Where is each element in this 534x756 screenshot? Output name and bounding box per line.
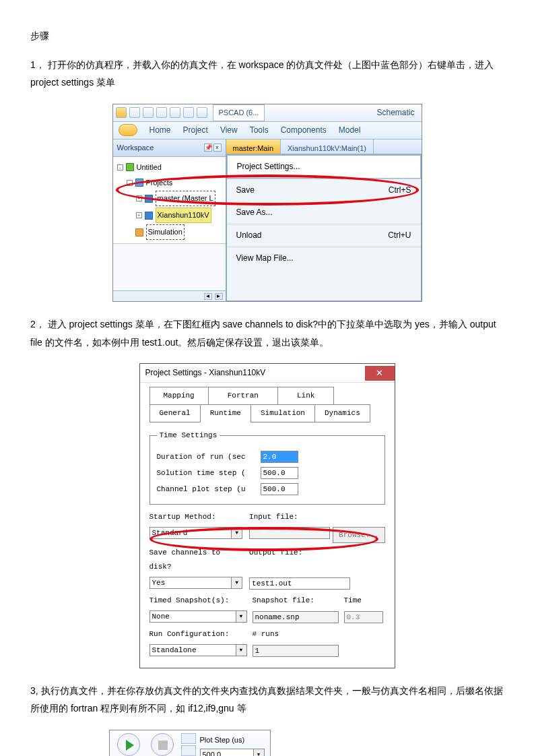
title-dropdown[interactable]: PSCAD (6...	[213, 104, 265, 121]
dialog-tabs: Mapping Fortran Link General Runtime Sim…	[140, 383, 395, 422]
duration-input[interactable]	[261, 451, 298, 463]
tree-projects[interactable]: Projects	[146, 176, 173, 190]
workspace-scrollbar[interactable]: ◄ ►	[113, 290, 226, 301]
stop-icon	[151, 733, 174, 756]
plot-step-label: Plot Step (us)	[200, 733, 265, 747]
startup-method-value[interactable]	[149, 527, 232, 539]
stop-button[interactable]: Stop	[147, 733, 177, 756]
startup-method-select[interactable]: ▼	[149, 527, 243, 544]
ctx-unload[interactable]: UnloadCtrl+U	[227, 224, 421, 247]
run-button[interactable]: Run ▼	[114, 733, 143, 756]
clean-icon[interactable]	[197, 107, 207, 118]
nruns-input[interactable]	[253, 645, 339, 657]
tab-xianshun[interactable]: Xianshun110kV:Main(1)	[281, 139, 374, 154]
workspace-panel: Workspace 📌 × -Untitled -Projects +maste…	[113, 139, 226, 301]
step-1: 1， 打开你的仿真程序，并载入你的仿真文件，在 workspace 的仿真文件处…	[30, 56, 504, 92]
run-config-select[interactable]: ▼	[149, 644, 247, 658]
timed-snapshot-select[interactable]: ▼	[149, 610, 247, 625]
ribbon-tools[interactable]: Tools	[250, 123, 269, 138]
tab-dynamics[interactable]: Dynamics	[314, 404, 370, 422]
close-button[interactable]: ✕	[365, 366, 395, 381]
expand-icon[interactable]: -	[127, 180, 133, 186]
plot-step-select[interactable]: ▾	[200, 749, 265, 756]
dialog-title: Project Settings - Xianshun110kV	[145, 365, 266, 381]
pin-icon[interactable]: 📌	[204, 144, 212, 152]
dropdown-icon[interactable]: ▼	[232, 577, 242, 589]
redo-icon[interactable]	[170, 107, 180, 118]
dropdown-icon[interactable]: ▼	[232, 527, 242, 539]
tab-runtime[interactable]: Runtime	[200, 404, 251, 422]
expand-icon[interactable]: +	[136, 212, 142, 218]
ctx-view-map-file[interactable]: View Map File...	[227, 247, 421, 270]
output-file-input[interactable]	[249, 577, 350, 590]
dropdown-icon[interactable]: ▼	[236, 644, 247, 656]
ctx-save[interactable]: SaveCtrl+S	[227, 179, 421, 201]
input-file-label: Input file:	[249, 510, 385, 524]
tree-master[interactable]: master (Master L	[156, 191, 215, 206]
page-heading: 步骤	[30, 27, 504, 45]
expand-icon[interactable]: +	[136, 195, 142, 201]
tab-link[interactable]: Link	[277, 387, 334, 405]
scroll-right-icon[interactable]: ►	[215, 293, 223, 300]
snapshot-file-input[interactable]	[253, 611, 339, 623]
editor-tabs: master:Main Xianshun110kV:Main(1)	[226, 139, 422, 154]
ctx-project-settings[interactable]: Project Settings...	[227, 155, 421, 179]
build-icon[interactable]	[183, 107, 194, 118]
workspace-lower	[113, 243, 226, 290]
channel-step-input[interactable]	[261, 483, 298, 495]
folder-icon	[135, 179, 143, 187]
solution-step-label: Solution time step (	[157, 466, 257, 480]
schematic-label: Schematic	[376, 105, 418, 121]
duration-label: Duration of run (sec	[157, 450, 257, 464]
node-icon	[126, 163, 134, 171]
scroll-left-icon[interactable]: ◄	[204, 293, 212, 300]
pause-icon[interactable]	[181, 733, 196, 744]
time-input[interactable]	[344, 611, 383, 623]
project-tree: -Untitled -Projects +master (Master L +X…	[113, 157, 226, 243]
save-channels-value[interactable]	[149, 577, 232, 589]
ribbon-project[interactable]: Project	[183, 123, 208, 138]
dropdown-icon[interactable]: ▼	[236, 610, 247, 623]
snapshot-file-label: Snapshot file:	[253, 594, 339, 608]
dropdown-icon[interactable]: ▾	[254, 749, 265, 756]
save-icon[interactable]	[143, 107, 154, 118]
tree-simulation[interactable]: Simulation	[146, 224, 185, 240]
tree-untitled[interactable]: Untitled	[137, 160, 162, 175]
step-controls	[181, 733, 196, 756]
tab-general[interactable]: General	[149, 404, 201, 422]
save-channels-label: Save channels to disk?	[149, 546, 243, 574]
plot-step-input[interactable]	[200, 749, 254, 756]
ctx-save-as[interactable]: Save As...	[227, 201, 421, 224]
ribbon-components[interactable]: Components	[281, 123, 327, 138]
tree-selected-project[interactable]: Xianshun110kV	[156, 208, 211, 223]
ribbon-model[interactable]: Model	[339, 123, 361, 138]
timed-snapshot-label: Timed Snapshot(s):	[149, 594, 247, 608]
project-icon	[145, 212, 153, 220]
tab-master[interactable]: master:Main	[226, 139, 281, 154]
tab-simulation[interactable]: Simulation	[251, 404, 315, 422]
timed-snapshot-value[interactable]	[149, 610, 236, 623]
solution-step-input[interactable]	[261, 467, 298, 479]
tab-fortran[interactable]: Fortran	[208, 387, 278, 405]
run-config-value[interactable]	[149, 644, 236, 656]
undo-icon[interactable]	[156, 107, 167, 118]
nruns-label: # runs	[253, 627, 339, 641]
step-3-text: 3, 执行仿真文件，并在你存放仿真文件的文件夹内查找仿真数据结果文件夹，一般与仿…	[30, 685, 503, 714]
screenshot-run-and-files: Run ▼ Stop Plot Step (us) ▾ Simulation	[30, 730, 504, 756]
close-icon[interactable]: ×	[213, 144, 222, 152]
ribbon-view[interactable]: View	[220, 123, 238, 138]
cursor-icon[interactable]	[116, 107, 127, 118]
screenshot-pscad-workspace: PSCAD (6... Schematic Home Project View …	[112, 104, 422, 302]
editor-area: master:Main Xianshun110kV:Main(1) Projec…	[226, 139, 422, 301]
input-file-input[interactable]	[249, 527, 330, 539]
project-icon	[145, 195, 153, 203]
browse-button[interactable]: Browse...	[333, 527, 385, 544]
tab-mapping[interactable]: Mapping	[149, 387, 209, 405]
expand-icon[interactable]: -	[117, 164, 123, 170]
ribbon-home[interactable]: Home	[149, 123, 171, 138]
new-icon[interactable]	[129, 107, 140, 118]
step-icon[interactable]	[181, 745, 196, 756]
app-pill-icon[interactable]	[119, 124, 137, 136]
step-1-text: 1， 打开你的仿真程序，并载入你的仿真文件，在 workspace 的仿真文件处…	[30, 59, 494, 88]
save-channels-select[interactable]: ▼	[149, 577, 243, 591]
